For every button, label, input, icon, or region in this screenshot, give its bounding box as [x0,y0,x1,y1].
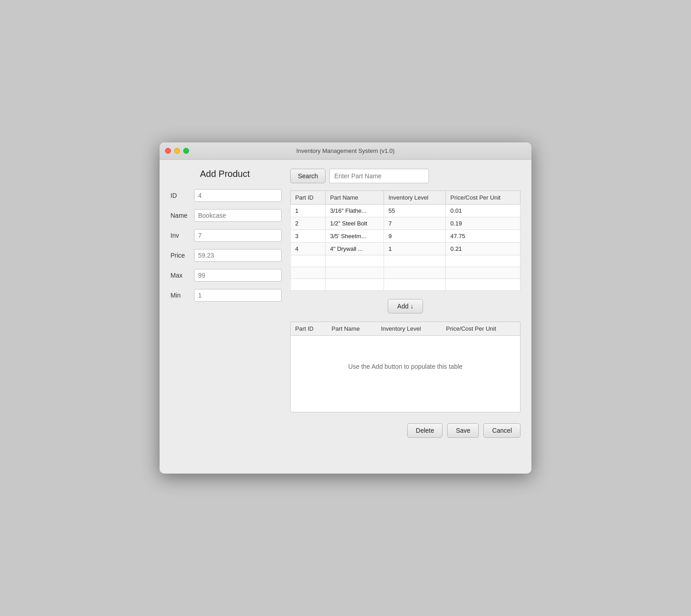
delete-button[interactable]: Delete [407,423,443,438]
window-title: Inventory Management System (v1.0) [297,147,395,154]
col-partid-bottom: Part ID [291,322,327,336]
titlebar: Inventory Management System (v1.0) [160,142,531,160]
name-row: Name [170,209,279,222]
col-partname-bottom: Part Name [327,322,376,336]
max-label: Max [170,272,194,279]
col-invlevel-top: Inventory Level [384,191,446,205]
add-product-heading: Add Product [170,169,279,179]
cancel-button[interactable]: Cancel [483,423,521,438]
id-label: ID [170,192,194,199]
bottom-actions: Delete Save Cancel [290,423,521,438]
id-row: ID [170,189,279,202]
table-row[interactable]: 33/5' Sheetm...947.75 [291,230,521,243]
inv-row: Inv [170,229,279,242]
bottom-table: Part ID Part Name Inventory Level Price/… [291,322,520,336]
empty-table-row [291,255,521,267]
traffic-lights [165,148,189,154]
price-input[interactable] [194,249,282,262]
name-label: Name [170,212,194,219]
col-price-top: Price/Cost Per Unit [446,191,521,205]
left-panel: Add Product ID Name Inv Price [170,169,279,464]
main-content: Add Product ID Name Inv Price [160,160,531,474]
max-input[interactable] [194,269,282,282]
main-window: Inventory Management System (v1.0) Add P… [160,142,531,474]
maximize-button[interactable] [183,148,189,154]
min-label: Min [170,292,194,299]
col-price-bottom: Price/Cost Per Unit [442,322,520,336]
save-button[interactable]: Save [447,423,479,438]
price-row: Price [170,249,279,262]
col-partid-top: Part ID [291,191,326,205]
close-button[interactable] [165,148,171,154]
price-label: Price [170,252,194,259]
min-input[interactable] [194,289,282,302]
inv-label: Inv [170,232,194,239]
bottom-table-wrapper: Part ID Part Name Inventory Level Price/… [290,322,521,412]
add-button-row: Add ↓ [290,299,521,313]
right-panel: Search Part ID Part Name Inventory Level… [290,169,521,464]
table-row[interactable]: 21/2" Steel Bolt70.19 [291,217,521,230]
min-row: Min [170,289,279,302]
search-input[interactable] [329,169,429,183]
table-row[interactable]: 44" Drywall ...10.21 [291,243,521,255]
id-input[interactable] [194,189,282,202]
add-button[interactable]: Add ↓ [388,299,423,313]
col-invlevel-bottom: Inventory Level [376,322,442,336]
max-row: Max [170,269,279,282]
empty-table-row [291,279,521,291]
search-row: Search [290,169,521,183]
empty-table-row [291,267,521,279]
minimize-button[interactable] [174,148,180,154]
search-button[interactable]: Search [290,169,326,183]
col-partname-top: Part Name [325,191,384,205]
top-table: Part ID Part Name Inventory Level Price/… [290,191,521,291]
table-row[interactable]: 13/16" Flathe...550.01 [291,205,521,217]
empty-table-message: Use the Add button to populate this tabl… [291,336,520,397]
inv-input[interactable] [194,229,282,242]
name-input[interactable] [194,209,282,222]
